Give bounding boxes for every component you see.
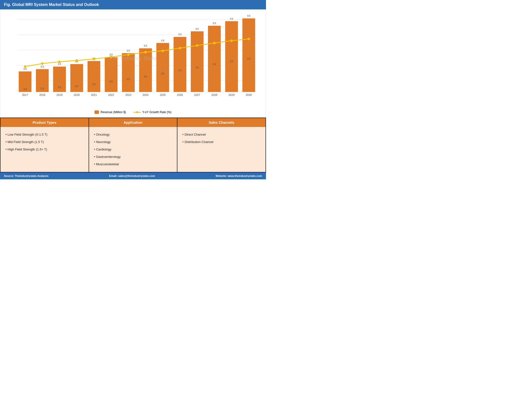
footer: Source: Theindustrystats Analysis Email:… [0, 172, 266, 179]
chart-area: The Industry Stats m a r k e t r e s e a… [5, 15, 261, 108]
svg-text:XX: XX [212, 63, 216, 66]
dot-2025 [162, 50, 164, 52]
legend-growth-label: Y-oY Growth Rate (%) [142, 110, 171, 114]
bar-2021 [88, 61, 100, 92]
dot-2028 [213, 42, 216, 44]
svg-text:XX: XX [247, 57, 251, 60]
footer-website: Website: www.theindustrystats.com [216, 174, 262, 177]
svg-text:2018: 2018 [39, 93, 45, 96]
product-type-item-3: High Field Strength (1.5+ T) [5, 146, 84, 153]
application-item-4: Gastroenterology [94, 153, 172, 161]
dot-2018 [41, 62, 43, 65]
svg-text:XX: XX [109, 80, 113, 83]
svg-text:2025: 2025 [160, 93, 166, 96]
svg-text:XX: XX [23, 88, 27, 91]
svg-text:2022: 2022 [108, 93, 114, 96]
dot-2021 [93, 58, 95, 60]
bar-2024 [139, 48, 152, 92]
svg-text:XX: XX [75, 85, 79, 88]
sales-channels-header: Sales Channels [177, 118, 266, 127]
application-content: Oncology Neurology Cardiology Gastroente… [89, 127, 177, 172]
product-type-item-2: Mid Field Strength (1.5 T) [5, 138, 84, 146]
chart-container: The Industry Stats m a r k e t r e s e a… [0, 9, 266, 118]
dot-2019 [58, 61, 61, 63]
bar-2020 [70, 64, 83, 92]
svg-text:XX: XX [212, 22, 216, 25]
sales-channel-item-1: Direct Channel [182, 131, 261, 138]
svg-text:2030: 2030 [246, 93, 252, 96]
svg-text:XX: XX [58, 86, 61, 89]
page-header: Fig. Global MRI System Market Status and… [0, 0, 266, 9]
bar-2028 [208, 26, 221, 92]
dot-2023 [127, 53, 130, 56]
svg-text:XX: XX [230, 60, 233, 63]
sales-channel-item-2: Distribution Channel [182, 138, 261, 146]
svg-text:XX: XX [40, 87, 44, 90]
svg-text:2021: 2021 [91, 93, 97, 96]
svg-text:2026: 2026 [177, 93, 183, 96]
bar-2029 [225, 21, 238, 92]
legend-revenue-label: Revenue (Million $) [100, 110, 126, 114]
dot-2020 [76, 59, 78, 62]
svg-text:XX: XX [92, 83, 96, 85]
legend-growth: Y-oY Growth Rate (%) [133, 110, 171, 114]
bar-2026 [173, 37, 186, 92]
svg-text:XX: XX [144, 44, 148, 47]
bar-2030 [242, 18, 255, 92]
application-item-2: Neurology [94, 138, 172, 146]
svg-text:XX: XX [40, 65, 44, 68]
svg-text:XX: XX [195, 27, 199, 30]
svg-text:2020: 2020 [74, 93, 80, 96]
svg-text:XX: XX [161, 39, 165, 42]
application-header: Application [89, 118, 177, 127]
categories-section: Product Types Low Field Strength (0-1.5 … [0, 118, 266, 172]
sales-channels-content: Direct Channel Distribution Channel [177, 127, 266, 150]
svg-text:XX: XX [178, 33, 182, 36]
svg-text:XX: XX [127, 78, 130, 81]
dot-2029 [230, 40, 233, 42]
dot-2017 [24, 65, 26, 68]
svg-text:2027: 2027 [194, 93, 200, 96]
svg-text:2017: 2017 [22, 93, 28, 96]
product-types-header: Product Types [0, 118, 89, 127]
product-types-box: Product Types Low Field Strength (0-1.5 … [0, 118, 89, 172]
svg-text:XX: XX [195, 66, 199, 69]
bar-2027 [191, 31, 204, 92]
dot-2024 [144, 51, 147, 53]
dot-2022 [110, 56, 112, 58]
svg-text:XX: XX [144, 75, 148, 78]
svg-text:2023: 2023 [125, 93, 131, 96]
dot-2026 [179, 47, 181, 49]
footer-source: Source: Theindustrystats Analysis [4, 174, 49, 177]
application-item-3: Cardiology [94, 146, 172, 153]
page-title: Fig. Global MRI System Market Status and… [4, 2, 99, 7]
chart-legend: Revenue (Million $) Y-oY Growth Rate (%) [5, 108, 261, 115]
svg-text:2019: 2019 [57, 93, 62, 96]
chart-svg: XX XX 2017 XX XX 2018 XX XX 2019 XX XX 2… [5, 15, 261, 108]
application-box: Application Oncology Neurology Cardiolog… [89, 118, 177, 172]
svg-text:XX: XX [127, 49, 130, 52]
svg-text:2024: 2024 [143, 93, 149, 96]
bar-2022 [105, 57, 117, 92]
dot-2027 [196, 44, 198, 47]
bar-2023 [122, 53, 135, 92]
svg-text:XX: XX [161, 72, 165, 75]
product-type-item-1: Low Field Strength (0-1.5 T) [5, 131, 84, 138]
legend-revenue-icon [95, 110, 99, 114]
application-item-5: Musculoskeletal [94, 161, 172, 168]
svg-text:XX: XX [178, 69, 182, 72]
product-types-content: Low Field Strength (0-1.5 T) Mid Field S… [0, 127, 89, 157]
sales-channels-box: Sales Channels Direct Channel Distributi… [177, 118, 266, 172]
svg-text:XX: XX [230, 17, 233, 20]
application-item-1: Oncology [94, 131, 172, 138]
svg-text:XX: XX [247, 15, 251, 17]
dot-2030 [247, 38, 250, 40]
legend-growth-icon [133, 112, 141, 113]
footer-email: Email: sales@theindustrystats.com [109, 174, 155, 177]
legend-revenue: Revenue (Million $) [95, 110, 126, 114]
svg-text:2029: 2029 [228, 93, 234, 96]
svg-text:2028: 2028 [211, 93, 217, 96]
